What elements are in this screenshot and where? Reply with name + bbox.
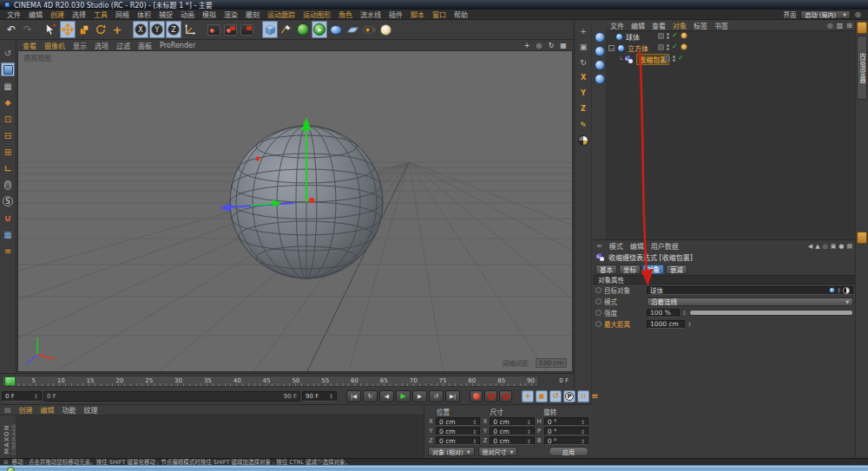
position-x-field[interactable]: 0 cm↕ [436,417,480,426]
search-icon[interactable]: ◎ [855,10,861,18]
position-y-field[interactable]: 0 cm↕ [436,427,480,435]
om-panel-icon[interactable]: ⊞ [846,22,852,29]
enable-axis-button[interactable]: ∟ [1,161,15,175]
autokey-button[interactable] [484,390,497,402]
lock-x-button[interactable]: X [133,21,148,38]
om-menu-edit[interactable]: 编辑 [631,21,645,30]
om-menu-bookmarks[interactable]: 书签 [714,21,728,30]
view-zoom-icon[interactable]: ◎ [535,42,543,49]
om-search-icon[interactable]: ◎ [827,22,833,29]
visibility-dots-icon[interactable] [667,33,669,39]
mat-menu-edit[interactable]: 编辑 [41,405,55,415]
mat-menu-function[interactable]: 功能 [62,405,76,415]
layer-chip-icon[interactable] [664,56,670,62]
apply-button[interactable]: 应用 [549,447,589,456]
texture-stack-button[interactable]: ≡ [1,244,15,258]
hamburger-icon[interactable]: ≡ [596,242,602,250]
attr-menu-mode[interactable]: 模式 [609,241,623,251]
attr-panel-icon[interactable]: ▤ [846,243,852,250]
live-selection-button[interactable] [43,21,59,38]
object-row-cube[interactable]: − 立方体 ✓ [607,43,856,54]
add-generator-button[interactable] [295,21,311,38]
add-camera-button[interactable] [361,21,377,38]
scale-tool-button[interactable] [76,21,92,38]
record-rotation-toggle[interactable]: ↺ [549,390,562,402]
enable-check-icon[interactable]: ✓ [678,55,684,62]
dock-lock-z-icon[interactable]: Z [577,102,590,115]
render-settings-button[interactable] [239,21,254,38]
menu-item-edit[interactable]: 编辑 [29,10,43,19]
animation-toggle-icon[interactable] [595,310,602,316]
animation-toggle-icon[interactable] [595,298,602,304]
end-frame-field[interactable]: 90 F ↕ [302,391,337,402]
edges-mode-button[interactable]: ⊟ [1,128,15,142]
add-cube-button[interactable] [262,21,278,38]
animation-toggle-icon[interactable] [595,321,602,327]
keyframe-selection-button[interactable] [499,390,512,402]
om-filter-icon[interactable]: ▥ [837,22,844,29]
menu-item-snap[interactable]: 捕捉 [159,10,173,19]
redo-button[interactable]: ↷ [20,21,36,38]
coordinate-system-button[interactable] [182,21,198,38]
texture-mode-button[interactable]: ▦ [1,79,15,93]
menu-item-window[interactable]: 窗口 [432,10,446,19]
tab-basic[interactable]: 基本 [595,265,617,274]
dock-rotate-icon[interactable]: ↻ [577,56,590,69]
history-up-icon[interactable]: ▲ [815,243,819,250]
record-pla-toggle[interactable]: ∷ [577,390,589,402]
dock-tab-top[interactable] [857,22,867,34]
menu-item-select[interactable]: 选择 [72,10,86,19]
add-spline-button[interactable] [279,21,294,38]
primitive-sphere-icon[interactable] [595,32,605,43]
menu-item-motion-tracker[interactable]: 运动跟踪 [267,10,295,19]
menu-item-mesh[interactable]: 网格 [115,10,129,19]
viewport-menu-camera[interactable]: 摄像机 [44,41,65,50]
add-deformer-button[interactable]: ➤ [312,21,327,38]
dock-tab-bottom[interactable] [857,232,867,244]
view-label[interactable]: 透视视图 [21,53,54,62]
snap-button[interactable]: S [1,194,15,208]
start-button[interactable] [7,467,15,471]
om-menu-view[interactable]: 查看 [652,21,666,30]
dock-palette-icon[interactable] [577,134,590,147]
dock-lock-y-icon[interactable]: Y [577,87,590,100]
primitive-sphere-icon[interactable] [595,60,605,70]
viewport-menu-options[interactable]: 选项 [95,41,108,50]
previous-frame-button[interactable]: ◀ [379,390,394,402]
viewport-menu-display[interactable]: 显示 [73,41,87,50]
mat-menu-create[interactable]: 创建 [19,405,33,415]
magnet-snap-button[interactable]: ∪ [1,211,15,225]
enable-check-icon[interactable]: ✓ [672,32,678,39]
viewport-menu-view[interactable]: 查看 [23,41,36,50]
primitive-sphere-icon[interactable] [595,46,605,56]
rotation-p-field[interactable]: 0 °↕ [544,427,589,435]
rotate-tool-button[interactable] [93,21,108,38]
goto-end-button[interactable]: ▶| [445,390,460,402]
add-light-button[interactable] [378,21,393,38]
om-menu-objects[interactable]: 对象 [673,21,687,30]
target-object-field[interactable]: 球体 ↕ [647,286,853,295]
view-pan-icon[interactable]: + [523,42,531,49]
view-toggle-icon[interactable]: ▦ [559,42,568,49]
dock-lock-x-icon[interactable]: X [577,71,590,84]
attr-search-icon[interactable]: ◎ [823,243,828,250]
size-y-field[interactable]: 0 cm↕ [490,427,534,435]
history-back-icon[interactable]: ◀ [808,243,812,250]
next-frame-button[interactable]: ▶ [412,390,427,402]
menu-item-create[interactable]: 创建 [50,10,64,19]
goto-start-button[interactable]: |◀ [346,390,361,402]
render-view-button[interactable] [206,21,221,38]
animation-toggle-icon[interactable] [595,287,602,293]
collapse-icon[interactable]: − [608,45,615,51]
viewport-solo-button[interactable] [1,178,15,192]
timeline-ruler[interactable]: 05 1015 2025 3035 4045 5055 6065 7075 80… [2,376,539,387]
attr-settings-icon[interactable]: ● [838,243,844,250]
om-menu-tags[interactable]: 标签 [694,21,707,30]
object-properties-header[interactable]: 对象属性 [593,275,856,285]
om-menu-file[interactable]: 文件 [610,21,624,30]
tab-falloff[interactable]: 衰减 [666,265,687,274]
last-tool-button[interactable]: + [109,21,125,38]
lock-z-button[interactable]: Z [166,21,181,38]
layer-chip-icon[interactable] [658,33,664,39]
dock-scale-icon[interactable]: ▣ [577,40,590,53]
